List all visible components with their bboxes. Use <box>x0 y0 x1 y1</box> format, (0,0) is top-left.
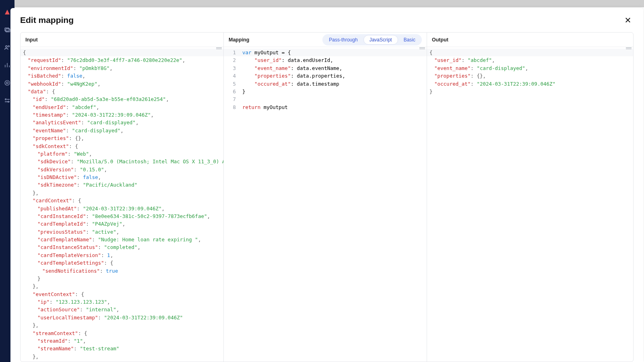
panel-mapping: Mapping Pass-through JavaScript Basic 1v… <box>224 33 427 362</box>
panel-input-header: Input <box>21 33 223 47</box>
close-icon <box>624 16 632 24</box>
resize-handle-icon[interactable] <box>419 47 425 49</box>
resize-handle-icon[interactable] <box>216 47 222 49</box>
panels: Input {"requestId": "76c2dbd0-3e3f-4ff7-… <box>20 32 634 362</box>
tab-javascript[interactable]: JavaScript <box>363 35 398 45</box>
panel-output-header: Output <box>427 33 633 47</box>
panel-output-title: Output <box>432 37 448 43</box>
panel-input: Input {"requestId": "76c2dbd0-3e3f-4ff7-… <box>21 33 224 362</box>
logo-icon <box>3 8 11 16</box>
output-json-viewer[interactable]: {"user_id": "abcdef","event_name": "card… <box>427 47 633 362</box>
svg-rect-1 <box>6 29 10 32</box>
resize-handle-icon[interactable] <box>626 47 632 49</box>
tab-passthrough[interactable]: Pass-through <box>323 35 363 45</box>
close-button[interactable] <box>622 14 634 26</box>
settings-icon[interactable] <box>3 97 11 105</box>
browser-top-strip <box>0 0 644 7</box>
tab-basic[interactable]: Basic <box>398 35 421 45</box>
svg-point-4 <box>5 80 10 85</box>
svg-point-2 <box>6 46 8 48</box>
panel-mapping-header: Mapping Pass-through JavaScript Basic <box>224 33 427 47</box>
panel-input-title: Input <box>25 37 38 43</box>
svg-point-6 <box>5 99 6 100</box>
target-icon[interactable] <box>3 79 11 87</box>
mapping-code-editor[interactable]: 1var myOutput = {2 "user_id": data.endUs… <box>224 47 427 362</box>
input-json-viewer[interactable]: {"requestId": "76c2dbd0-3e3f-4ff7-a746-0… <box>21 47 223 362</box>
modal-title: Edit mapping <box>20 15 74 25</box>
svg-rect-0 <box>5 28 9 31</box>
panel-output: Output {"user_id": "abcdef","event_name"… <box>427 33 633 362</box>
panel-mapping-title: Mapping <box>229 37 249 43</box>
svg-point-5 <box>6 82 8 84</box>
svg-point-7 <box>8 101 9 103</box>
modal-header: Edit mapping <box>10 8 643 29</box>
users-icon[interactable] <box>3 43 11 51</box>
analytics-icon[interactable] <box>3 61 11 69</box>
svg-point-3 <box>8 45 9 47</box>
edit-mapping-modal: Edit mapping Input {"requestId": "76c2db… <box>10 8 643 362</box>
mapping-mode-tabs: Pass-through JavaScript Basic <box>322 34 422 45</box>
cards-icon[interactable] <box>3 26 11 34</box>
